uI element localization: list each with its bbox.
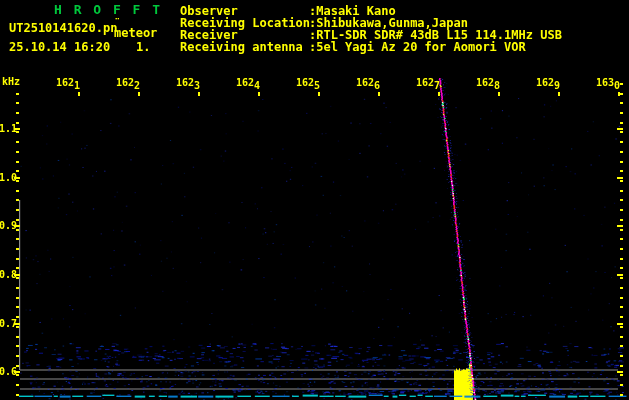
freq-tick-mark-minor xyxy=(16,112,19,114)
time-tick-mark xyxy=(318,92,320,96)
freq-tick-mark-minor xyxy=(16,384,19,386)
freq-tick-mark-minor xyxy=(620,287,623,289)
freq-tick-mark-minor xyxy=(620,131,623,133)
freq-tick-mark-minor xyxy=(16,238,19,240)
freq-tick-mark-minor xyxy=(620,374,623,376)
freq-tick-mark-minor xyxy=(620,190,623,192)
freq-tick-mark-minor xyxy=(16,258,19,260)
time-tick-label: 1629 xyxy=(536,78,560,88)
freq-tick-mark-minor xyxy=(620,316,623,318)
freq-tick-mark-minor xyxy=(620,267,623,269)
time-tick-label: 1624 xyxy=(236,78,260,88)
time-tick-label: 1622 xyxy=(116,78,140,88)
time-tick-label: 1627 xyxy=(416,78,440,88)
freq-tick-mark-minor xyxy=(620,199,623,201)
time-tick-label: 1626 xyxy=(356,78,380,88)
freq-tick-mark-minor xyxy=(620,326,623,328)
freq-tick-mark-minor xyxy=(620,394,623,396)
freq-tick-mark-minor xyxy=(16,102,19,104)
freq-tick-mark-minor xyxy=(16,161,19,163)
freq-tick-mark-minor xyxy=(620,248,623,250)
freq-tick-mark-major xyxy=(14,274,20,276)
freq-tick-mark-major xyxy=(14,225,20,227)
freq-tick-mark-minor xyxy=(16,209,19,211)
time-tick-label: 1628 xyxy=(476,78,500,88)
freq-tick-mark-major xyxy=(617,323,623,325)
time-tick-label: 1630 xyxy=(596,78,620,88)
time-tick-mark xyxy=(258,92,260,96)
time-tick-mark xyxy=(378,92,380,96)
time-tick-mark xyxy=(198,92,200,96)
freq-tick-mark-minor xyxy=(620,102,623,104)
spectrogram-canvas xyxy=(0,0,629,400)
freq-tick-mark-major xyxy=(617,274,623,276)
freq-tick-mark-minor xyxy=(620,336,623,338)
freq-tick-mark-minor xyxy=(16,355,19,357)
freq-tick-mark-minor xyxy=(620,345,623,347)
freq-tick-mark-minor xyxy=(620,112,623,114)
freq-tick-mark-major xyxy=(617,177,623,179)
freq-tick-mark-minor xyxy=(16,336,19,338)
freq-tick-mark-minor xyxy=(16,141,19,143)
time-tick-label: 1621 xyxy=(56,78,80,88)
freq-tick-mark-major xyxy=(14,371,20,373)
freq-tick-mark-minor xyxy=(16,345,19,347)
freq-tick-mark-minor xyxy=(620,384,623,386)
app-window: H R O F F T UT2510141620.pn ¨ meteor 25.… xyxy=(0,0,629,400)
page-counter: 1. xyxy=(136,41,150,53)
info-label-antenna: Receiving antenna xyxy=(180,41,303,53)
freq-tick-mark-minor xyxy=(16,297,19,299)
time-tick-mark xyxy=(438,92,440,96)
freq-tick-mark-minor xyxy=(620,161,623,163)
freq-tick-mark-minor xyxy=(620,151,623,153)
time-tick-label: 1623 xyxy=(176,78,200,88)
freq-tick-mark-major xyxy=(14,323,20,325)
freq-tick-mark-minor xyxy=(620,93,623,95)
freq-tick-mark-minor xyxy=(620,355,623,357)
freq-tick-mark-minor xyxy=(16,151,19,153)
freq-tick-mark-minor xyxy=(16,248,19,250)
freq-tick-mark-minor xyxy=(16,190,19,192)
time-tick-mark xyxy=(498,92,500,96)
app-title: H R O F F T xyxy=(54,4,162,16)
freq-tick-mark-minor xyxy=(16,199,19,201)
freq-tick-mark-major xyxy=(617,128,623,130)
freq-tick-mark-minor xyxy=(620,306,623,308)
time-tick-label: 1625 xyxy=(296,78,320,88)
freq-tick-mark-major xyxy=(617,225,623,227)
filename-label: UT2510141620.pn xyxy=(9,22,117,34)
freq-tick-mark-major xyxy=(14,177,20,179)
freq-tick-mark-minor xyxy=(620,83,623,85)
freq-tick-mark-minor xyxy=(620,122,623,124)
time-tick-mark xyxy=(138,92,140,96)
time-tick-mark xyxy=(558,92,560,96)
freq-tick-mark-minor xyxy=(620,180,623,182)
freq-tick-mark-minor xyxy=(16,306,19,308)
freq-tick-mark-minor xyxy=(620,365,623,367)
freq-tick-mark-minor xyxy=(620,297,623,299)
freq-tick-mark-major xyxy=(14,128,20,130)
freq-tick-mark-minor xyxy=(620,141,623,143)
freq-tick-mark-minor xyxy=(620,258,623,260)
freq-tick-mark-minor xyxy=(16,93,19,95)
freq-tick-mark-minor xyxy=(620,209,623,211)
freq-tick-mark-minor xyxy=(620,238,623,240)
freq-tick-mark-minor xyxy=(16,287,19,289)
meteor-label: meteor xyxy=(114,27,157,39)
datetime-label: 25.10.14 16:20 xyxy=(9,41,110,53)
freq-tick-mark-minor xyxy=(16,394,19,396)
time-tick-mark xyxy=(78,92,80,96)
freq-tick-mark-minor xyxy=(620,219,623,221)
freq-tick-mark-minor xyxy=(620,277,623,279)
freq-tick-mark-minor xyxy=(620,229,623,231)
freq-tick-mark-minor xyxy=(620,170,623,172)
info-value-antenna: :5el Yagi Az 20 for Aomori VOR xyxy=(309,41,526,53)
khz-unit-label: kHz xyxy=(2,77,20,87)
freq-tick-mark-major xyxy=(617,371,623,373)
